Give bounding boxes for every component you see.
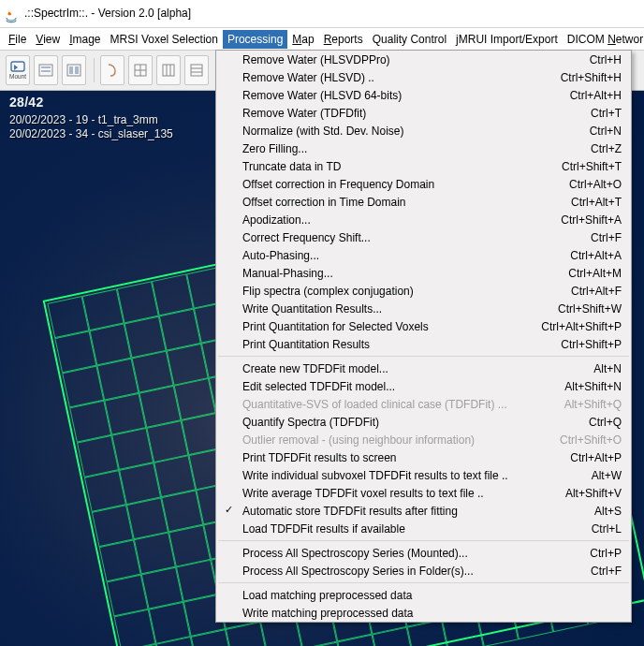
menu-item-manual-phasing[interactable]: Manual-Phasing...Ctrl+Alt+M — [216, 264, 631, 282]
svg-text:Mount: Mount — [9, 73, 26, 80]
menu-item-print-quantitation-results[interactable]: Print Quantitation ResultsCtrl+Shift+P — [216, 335, 631, 353]
menu-item-truncate-data-in-td[interactable]: Truncate data in TDCtrl+Shift+T — [216, 157, 631, 175]
menu-dicom-network[interactable]: DICOM Network — [563, 30, 644, 49]
grid1-button[interactable] — [128, 55, 153, 85]
menu-reports[interactable]: Reports — [319, 30, 368, 49]
menu-item-print-quantitation-for-selected-voxels[interactable]: Print Quantitation for Selected VoxelsCt… — [216, 317, 631, 335]
menu-item-write-quantitation-results[interactable]: Write Quantitation Results...Ctrl+Shift+… — [216, 300, 631, 317]
menu-item-write-average-tdfdfit-voxel-results-to-text-file[interactable]: Write average TDFDFit voxel results to t… — [216, 484, 631, 502]
series-entry[interactable]: 20/02/2023 - 19 - t1_tra_3mm — [9, 113, 173, 127]
menu-item-offset-correction-in-time-domain[interactable]: Offset correction in Time DomainCtrl+Alt… — [216, 193, 631, 211]
processing-menu: Remove Water (HLSVDPPro)Ctrl+HRemove Wat… — [215, 50, 632, 623]
window-title: .::SpectrIm::. - Version 2.0 [alpha] — [24, 0, 191, 27]
series-entry[interactable]: 20/02/2023 - 34 - csi_slaser_135 — [9, 127, 173, 141]
menu-item-zero-filling[interactable]: Zero Filling...Ctrl+Z — [216, 139, 631, 157]
menu-item-label: Normalize (with Std. Dev. Noise) — [242, 125, 571, 138]
menu-item-label: Quantitative-SVS of loaded clinical case… — [242, 398, 546, 411]
menu-image[interactable]: Image — [65, 30, 105, 49]
menu-item-flip-spectra-complex-conjugation[interactable]: Flip spectra (complex conjugation)Ctrl+A… — [216, 282, 631, 300]
menu-item-remove-water-hlsvd[interactable]: Remove Water (HLSVD) ..Ctrl+Shift+H — [216, 68, 631, 86]
menu-item-print-tdfdfit-results-to-screen[interactable]: Print TDFDFit results to screenCtrl+Alt+… — [216, 448, 631, 466]
menu-item-shortcut: Alt+Shift+Q — [546, 398, 622, 411]
menu-view[interactable]: View — [31, 30, 65, 49]
menu-item-label: Write Quantitation Results... — [242, 302, 539, 316]
menu-processing[interactable]: Processing — [223, 30, 287, 49]
menu-item-process-all-spectroscopy-series-mounted[interactable]: Process All Spectroscopy Series (Mounted… — [216, 544, 631, 562]
menu-mrsi-voxel-selection[interactable]: MRSI Voxel Selection — [106, 30, 223, 49]
toolbar-separator — [94, 58, 95, 82]
menu-item-label: Print TDFDFit results to screen — [242, 451, 551, 464]
menu-item-shortcut: Ctrl+Alt+O — [550, 178, 622, 191]
menu-item-label: Manual-Phasing... — [242, 267, 549, 280]
ear-button[interactable] — [100, 55, 124, 85]
menu-item-load-matching-preprocessed-data[interactable]: Load matching preprocessed data — [216, 586, 631, 604]
menu-separator — [218, 356, 629, 357]
svg-rect-0 — [11, 62, 24, 71]
menu-separator — [218, 582, 629, 583]
series-list: 20/02/2023 - 19 - t1_tra_3mm20/02/2023 -… — [9, 113, 173, 141]
grid2-button[interactable] — [156, 55, 181, 85]
menu-item-normalize-with-std-dev-noise[interactable]: Normalize (with Std. Dev. Noise)Ctrl+N — [216, 122, 631, 139]
menu-item-label: Apodization... — [242, 213, 542, 227]
menu-item-shortcut: Ctrl+Shift+H — [542, 71, 622, 84]
svg-rect-4 — [41, 70, 51, 72]
menu-item-shortcut: Ctrl+Shift+P — [542, 338, 622, 351]
menu-item-remove-water-hlsvdppro[interactable]: Remove Water (HLSVDPPro)Ctrl+H — [216, 51, 631, 68]
menu-item-shortcut: Ctrl+N — [571, 125, 622, 138]
menu-item-shortcut: Alt+Shift+N — [546, 380, 622, 393]
java-icon — [4, 7, 19, 22]
menu-item-shortcut: Ctrl+P — [571, 547, 622, 560]
menubar: FileViewImageMRSI Voxel SelectionProcess… — [0, 28, 644, 50]
menu-item-shortcut: Ctrl+F — [572, 565, 622, 578]
menu-item-shortcut: Alt+W — [573, 469, 622, 482]
menu-file[interactable]: File — [4, 30, 31, 49]
menu-item-auto-phasing[interactable]: Auto-Phasing...Ctrl+Alt+A — [216, 246, 631, 264]
menu-item-label: Write matching preprocessed data — [242, 607, 603, 620]
svg-rect-7 — [75, 66, 79, 74]
menu-item-shortcut: Ctrl+Shift+A — [542, 213, 622, 227]
menu-item-label: Correct Frequency Shift... — [242, 231, 572, 244]
svg-rect-3 — [41, 66, 51, 68]
menu-item-edit-selected-tdfdfit-model[interactable]: Edit selected TDFDFit model...Alt+Shift+… — [216, 377, 631, 395]
grid3-button[interactable] — [184, 55, 209, 85]
svg-rect-11 — [163, 65, 174, 76]
menu-item-label: Write average TDFDFit voxel results to t… — [242, 487, 547, 500]
menu-item-shortcut: Alt+S — [576, 505, 622, 518]
menu-item-label: Flip spectra (complex conjugation) — [242, 285, 552, 298]
menu-item-shortcut: Ctrl+Z — [572, 142, 622, 155]
menu-separator — [218, 540, 629, 541]
menu-map[interactable]: Map — [287, 30, 318, 49]
menu-item-shortcut: Ctrl+Alt+A — [551, 249, 622, 262]
menu-item-remove-water-tdfdfit[interactable]: Remove Water (TDFDfit)Ctrl+T — [216, 104, 631, 122]
menu-item-offset-correction-in-frequency-domain[interactable]: Offset correction in Frequency DomainCtr… — [216, 175, 631, 193]
menu-jmrui-import-export[interactable]: jMRUI Import/Export — [451, 30, 563, 49]
menu-item-shortcut: Ctrl+Alt+T — [552, 196, 622, 209]
menu-item-label: Automatic store TDFDFit results after fi… — [242, 505, 576, 518]
menu-item-label: Process All Spectroscopy Series in Folde… — [242, 565, 572, 578]
menu-item-write-individual-subvoxel-tdfdfit-results-to-text-file[interactable]: Write individual subvoxel TDFDFit result… — [216, 466, 631, 484]
menu-item-label: Load matching preprocessed data — [242, 589, 603, 602]
mount-button[interactable]: Mount — [6, 55, 30, 85]
menu-item-load-tdfdfit-results-if-available[interactable]: Load TDFDFit results if availableCtrl+L — [216, 520, 631, 537]
series-counter: 28/42 — [9, 95, 44, 110]
titlebar: .::SpectrIm::. - Version 2.0 [alpha] — [0, 0, 644, 28]
menu-quality-control[interactable]: Quality Control — [368, 30, 451, 49]
menu-item-shortcut: Alt+N — [575, 362, 622, 375]
menu-item-create-new-tdfdfit-model[interactable]: Create new TDFDFit model...Alt+N — [216, 360, 631, 377]
db2-button[interactable] — [62, 55, 86, 85]
menu-item-automatic-store-tdfdfit-results-after-fitting[interactable]: ✓Automatic store TDFDFit results after f… — [216, 502, 631, 520]
menu-item-label: Zero Filling... — [242, 142, 572, 155]
menu-item-correct-frequency-shift[interactable]: Correct Frequency Shift...Ctrl+F — [216, 228, 631, 246]
menu-item-quantify-spectra-tdfdfit[interactable]: Quantify Spectra (TDFDFit)Ctrl+Q — [216, 413, 631, 431]
menu-item-shortcut: Ctrl+T — [572, 107, 622, 120]
menu-item-write-matching-preprocessed-data[interactable]: Write matching preprocessed data — [216, 604, 631, 622]
menu-item-process-all-spectroscopy-series-in-folder-s[interactable]: Process All Spectroscopy Series in Folde… — [216, 562, 631, 580]
menu-item-apodization[interactable]: Apodization...Ctrl+Shift+A — [216, 211, 631, 228]
menu-item-label: Remove Water (TDFDfit) — [242, 107, 572, 120]
menu-item-label: Offset correction in Time Domain — [242, 196, 552, 209]
menu-item-label: Print Quantitation Results — [242, 338, 542, 351]
menu-item-remove-water-hlsvd-64-bits[interactable]: Remove Water (HLSVD 64-bits)Ctrl+Alt+H — [216, 86, 631, 104]
menu-item-shortcut: Alt+Shift+V — [547, 487, 622, 500]
db1-button[interactable] — [34, 55, 58, 85]
menu-item-label: Process All Spectroscopy Series (Mounted… — [242, 547, 571, 560]
